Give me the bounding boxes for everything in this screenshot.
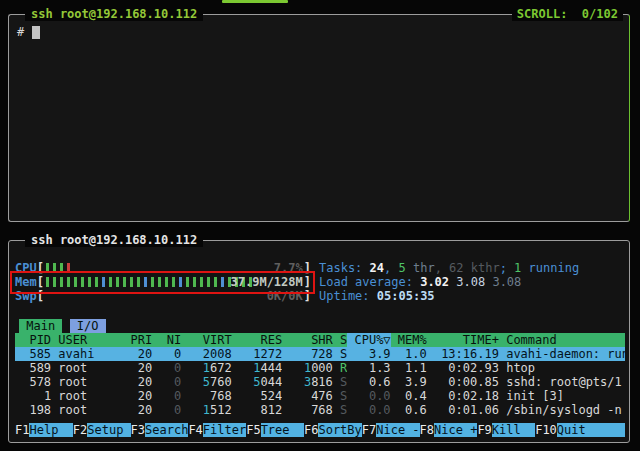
text-segment: 578	[29, 375, 51, 389]
meter-tick	[60, 277, 63, 287]
cell-virt: 1512	[181, 403, 232, 417]
meter-tick	[88, 277, 91, 287]
fkey-action-setup[interactable]: Setup	[87, 423, 130, 437]
mem-meter: Mem[37.9M/128M]	[15, 275, 311, 289]
terminal-screen: ssh root@192.168.10.112 SCROLL: 0/102 # …	[0, 0, 640, 451]
cpu-meter-value: 7.7%	[274, 262, 303, 274]
column-header-cpu[interactable]: CPU%▽	[347, 333, 390, 347]
meter-tick	[95, 277, 98, 287]
text-segment: 198	[29, 403, 51, 417]
text-segment: 1	[253, 361, 260, 375]
fkey-action-sortby[interactable]: SortBy	[318, 423, 361, 437]
text-segment: 3.08	[456, 275, 492, 289]
fkey-action-filter[interactable]: Filter	[203, 423, 246, 437]
process-row[interactable]: 198root2001512812768S0.00.60:01.06/sbin/…	[15, 403, 625, 417]
fkey-action-nice-[interactable]: Nice -	[376, 423, 419, 437]
fkey-f9[interactable]: F9	[477, 423, 491, 437]
cell-user: root	[51, 403, 123, 417]
cell-cpu: 0.0	[347, 403, 390, 417]
load-average-line: Load average: 3.02 3.08 3.08	[319, 275, 625, 289]
text-segment: Uptime:	[319, 289, 377, 303]
text-segment: 3.9	[369, 347, 391, 361]
meter-tick	[53, 277, 56, 287]
fkey-action-help[interactable]: Help	[29, 423, 72, 437]
pane-top-shell[interactable]: ssh root@192.168.10.112 SCROLL: 0/102 #	[8, 14, 630, 222]
column-header-res[interactable]: RES	[232, 333, 283, 347]
cell-cpu: 0.0	[347, 389, 390, 403]
text-segment: 768	[210, 389, 232, 403]
process-row[interactable]: 585avahi20020081272728S3.91.013:16.19ava…	[15, 347, 625, 361]
text-segment: 524	[261, 389, 283, 403]
cell-user: root	[51, 375, 123, 389]
fkey-action-quit[interactable]: Quit	[557, 423, 625, 437]
process-row[interactable]: 1root200768524476S0.00.40:02.18init [3]	[15, 389, 625, 403]
cell-shr: 3816	[282, 375, 333, 389]
meter-tick	[200, 277, 203, 287]
cell-cmd: htop	[499, 361, 625, 375]
text-segment: sshd: root@pts/1	[506, 375, 622, 389]
pane-bottom-htop[interactable]: ssh root@192.168.10.112 CPU[7.7%]Mem[37.…	[8, 240, 630, 443]
cell-pid: 578	[15, 375, 51, 389]
tab-main[interactable]: Main	[19, 319, 62, 333]
column-header-pid[interactable]: PID	[15, 333, 51, 347]
fkey-f6[interactable]: F6	[304, 423, 318, 437]
fkey-f4[interactable]: F4	[188, 423, 202, 437]
text-segment: 0	[174, 375, 181, 389]
cell-shr: 768	[282, 403, 333, 417]
fkey-action-nice+[interactable]: Nice +	[434, 423, 477, 437]
cpu-meter-label: CPU	[15, 261, 37, 275]
text-segment: 0:02.18	[448, 389, 499, 403]
mem-meter-label: Mem	[15, 275, 37, 289]
meter-tick	[172, 277, 175, 287]
fkey-f5[interactable]: F5	[246, 423, 260, 437]
column-header-ni[interactable]: NI	[152, 333, 181, 347]
fkey-f1[interactable]: F1	[15, 423, 29, 437]
text-segment: avahi	[58, 347, 94, 361]
text-segment: 0:02.93	[448, 361, 499, 375]
cell-user: avahi	[51, 347, 123, 361]
text-segment: Tasks:	[319, 261, 370, 275]
text-segment: 0	[174, 361, 181, 375]
text-segment: 1	[44, 389, 51, 403]
text-segment: 3.9	[405, 375, 427, 389]
cell-mem: 0.4	[391, 389, 427, 403]
text-segment: 585	[29, 347, 51, 361]
fkey-f10[interactable]: F10	[535, 423, 557, 437]
text-segment: ,	[384, 261, 398, 275]
process-row[interactable]: 578root200576050443816S0.63.90:00.85sshd…	[15, 375, 625, 389]
column-header-s[interactable]: S	[333, 333, 347, 347]
mem-meter-bar: 37.9M/128M	[44, 276, 304, 288]
fkey-action-search[interactable]: Search	[145, 423, 188, 437]
tab-io[interactable]: I/O	[70, 319, 106, 333]
text-segment: ,	[435, 261, 449, 275]
text-segment: 0.6	[369, 375, 391, 389]
text-segment: root	[58, 403, 87, 417]
text-segment: 20	[138, 403, 152, 417]
column-header-shr[interactable]: SHR	[282, 333, 333, 347]
column-header-time[interactable]: TIME+	[427, 333, 499, 347]
text-segment: 0	[174, 347, 181, 361]
text-segment: 728	[311, 347, 333, 361]
meter-tick	[151, 277, 154, 287]
column-header-cmd[interactable]: Command	[499, 333, 625, 347]
meter-tick	[109, 277, 112, 287]
fkey-f3[interactable]: F3	[131, 423, 145, 437]
meter-tick	[116, 277, 119, 287]
fkey-f2[interactable]: F2	[73, 423, 87, 437]
cell-mem: 0.6	[391, 403, 427, 417]
fkey-f7[interactable]: F7	[362, 423, 376, 437]
column-header-user[interactable]: USER	[51, 333, 123, 347]
process-row[interactable]: 589root200167214441000R1.31.10:02.93htop	[15, 361, 625, 375]
column-header-mem[interactable]: MEM%	[391, 333, 427, 347]
cell-pid: 589	[15, 361, 51, 375]
fkey-action-kill[interactable]: Kill	[492, 423, 535, 437]
cell-virt: 1672	[181, 361, 232, 375]
text-segment: 3.08	[492, 275, 521, 289]
text-segment: 512	[210, 403, 232, 417]
bracket-open: [	[37, 261, 44, 275]
scroll-indicator: SCROLL: 0/102	[512, 7, 623, 21]
fkey-f8[interactable]: F8	[420, 423, 434, 437]
fkey-action-tree[interactable]: Tree	[261, 423, 304, 437]
column-header-pri[interactable]: PRI	[123, 333, 152, 347]
column-header-virt[interactable]: VIRT	[181, 333, 232, 347]
